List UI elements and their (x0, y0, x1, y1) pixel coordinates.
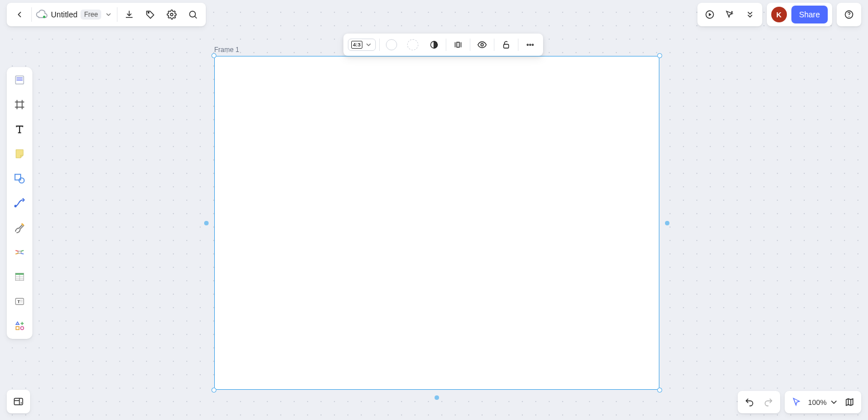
frame-label[interactable]: Frame 1 (214, 46, 239, 54)
connector-handle-left[interactable] (204, 221, 209, 225)
minimap-button[interactable] (840, 393, 859, 412)
shapes-tool[interactable] (10, 169, 29, 188)
mindmap-icon (13, 246, 26, 258)
svg-point-17 (848, 16, 850, 17)
sparkle-cursor-icon (725, 10, 735, 20)
download-button[interactable] (119, 4, 140, 25)
zoom-level[interactable]: 100% (806, 398, 828, 407)
text-tool[interactable] (10, 120, 29, 139)
collapse-button[interactable] (740, 4, 760, 25)
mindmap-tool[interactable] (10, 243, 29, 262)
opacity-button[interactable] (423, 35, 445, 55)
separator (31, 7, 32, 22)
pen-tool[interactable] (10, 218, 29, 237)
svg-point-41 (21, 327, 24, 330)
sticky-note-tool[interactable] (10, 144, 29, 163)
undo-icon (744, 397, 754, 407)
table-tool[interactable] (10, 267, 29, 286)
svg-rect-28 (18, 251, 21, 253)
resize-handle-bottom-left[interactable] (211, 388, 216, 393)
plan-badge: Free (81, 10, 101, 20)
templates-icon (13, 74, 26, 86)
table-icon (13, 271, 26, 283)
more-shapes-tool[interactable] (10, 317, 29, 336)
svg-point-27 (14, 205, 16, 207)
more-button[interactable] (520, 35, 541, 55)
search-button[interactable] (182, 4, 204, 25)
user-avatar[interactable]: K (771, 7, 787, 22)
chevron-down-icon (365, 41, 372, 49)
lock-button[interactable] (496, 35, 517, 55)
svg-point-10 (148, 12, 149, 13)
frame-tool[interactable] (10, 95, 29, 114)
text-icon (13, 123, 26, 135)
frame-surface[interactable] (214, 56, 659, 390)
zoom-menu-button[interactable] (828, 393, 840, 412)
cursor-mode-button[interactable] (787, 393, 806, 412)
separator (379, 39, 380, 51)
panel-icon (13, 396, 24, 407)
svg-rect-40 (16, 327, 19, 330)
share-button[interactable]: Share (791, 6, 828, 23)
tag-button[interactable] (140, 4, 161, 25)
resize-handle-top-left[interactable] (211, 53, 216, 58)
document-title-group[interactable]: Untitled Free (33, 8, 116, 21)
help-icon (844, 10, 854, 20)
autolayout-button[interactable] (447, 35, 469, 55)
panel-toggle-button[interactable] (7, 390, 30, 413)
svg-point-6 (527, 44, 528, 45)
more-icon (525, 40, 535, 50)
stroke-none-button[interactable] (402, 35, 423, 55)
redo-button[interactable] (759, 393, 778, 412)
connector-handle-bottom[interactable] (435, 395, 439, 400)
svg-rect-1 (456, 43, 459, 48)
present-button[interactable] (700, 4, 720, 25)
svg-rect-42 (15, 398, 23, 405)
aspect-ratio-button[interactable]: 4:3 (348, 39, 376, 51)
search-icon (188, 10, 198, 20)
settings-button[interactable] (161, 4, 182, 25)
templates-tool[interactable] (10, 70, 29, 89)
cursor-icon (791, 397, 801, 407)
selected-frame[interactable]: Frame 1 (214, 56, 659, 390)
svg-point-11 (171, 13, 173, 16)
view-controls: 100% (785, 391, 861, 413)
svg-rect-20 (17, 79, 23, 81)
resize-handle-bottom-right[interactable] (657, 388, 662, 393)
svg-rect-30 (16, 273, 24, 275)
double-chevron-down-icon (745, 10, 755, 20)
eye-icon (477, 40, 487, 50)
undo-button[interactable] (740, 393, 759, 412)
separator (470, 39, 470, 51)
left-toolbar: T (7, 67, 32, 339)
pen-icon (13, 221, 26, 234)
ai-tools-button[interactable] (720, 4, 740, 25)
map-icon (845, 397, 855, 407)
header-right-group-3 (837, 3, 861, 26)
aspect-ratio-icon: 4:3 (351, 41, 362, 49)
cloud-sync-icon (35, 8, 48, 21)
download-icon (124, 10, 134, 20)
svg-point-7 (530, 44, 531, 45)
help-button[interactable] (839, 4, 859, 25)
more-shapes-icon (13, 320, 26, 332)
chevron-left-icon (15, 10, 25, 20)
svg-point-8 (532, 44, 533, 45)
text-block-tool[interactable]: T (10, 292, 29, 311)
header-right-group-2: K Share (767, 3, 832, 26)
separator (446, 39, 446, 51)
svg-rect-19 (17, 77, 23, 78)
resize-handle-top-right[interactable] (657, 53, 662, 58)
svg-point-4 (480, 44, 483, 46)
tag-icon (145, 10, 155, 20)
svg-point-26 (19, 178, 24, 183)
svg-marker-15 (709, 13, 711, 16)
connector-tool[interactable] (10, 194, 29, 213)
visibility-button[interactable] (471, 35, 493, 55)
separator (494, 39, 494, 51)
connector-handle-right[interactable] (665, 221, 669, 225)
sticky-note-icon (13, 148, 26, 160)
svg-point-12 (190, 11, 196, 17)
fill-none-button[interactable] (381, 35, 402, 55)
back-button[interactable] (9, 4, 30, 25)
